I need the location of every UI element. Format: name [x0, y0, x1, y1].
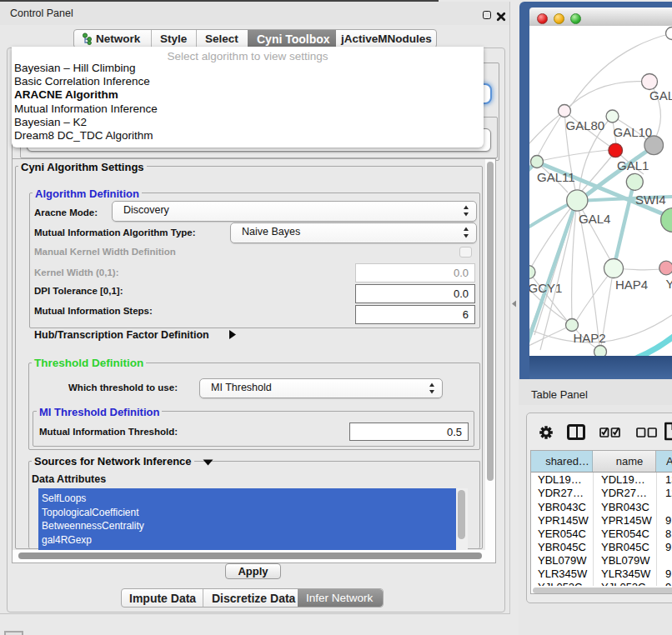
- svg-text:HAP2: HAP2: [574, 331, 606, 345]
- svg-text:GAL1: GAL1: [617, 158, 649, 172]
- svg-text:Y: Y: [666, 277, 672, 291]
- svg-text:HAP4: HAP4: [615, 278, 648, 292]
- svg-text:GAL10: GAL10: [614, 125, 653, 139]
- svg-text:GAL80: GAL80: [566, 118, 605, 132]
- svg-text:GAL4: GAL4: [579, 212, 610, 226]
- svg-text:GCY1: GCY1: [529, 281, 562, 295]
- svg-text:GAL11: GAL11: [537, 170, 575, 184]
- svg-text:GAL7: GAL7: [649, 88, 672, 102]
- svg-text:SWI4: SWI4: [635, 192, 666, 207]
